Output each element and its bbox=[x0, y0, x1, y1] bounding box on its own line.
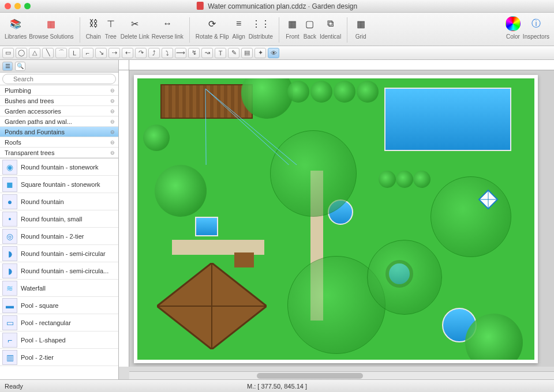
shape-tool-17[interactable]: ✎ bbox=[228, 48, 239, 58]
distribute-icon[interactable]: ⋮⋮ bbox=[253, 16, 268, 31]
toolbar-back[interactable]: ▢ Back bbox=[302, 15, 317, 40]
color-icon[interactable] bbox=[506, 16, 521, 31]
shape-tool-5[interactable]: L bbox=[69, 48, 80, 58]
grid-icon[interactable]: ▦ bbox=[353, 16, 368, 31]
shape-tool-4[interactable]: ⌒ bbox=[55, 48, 67, 58]
library-view-button[interactable]: ☰ bbox=[2, 62, 13, 71]
back-icon[interactable]: ▢ bbox=[302, 16, 317, 31]
tree[interactable] bbox=[287, 81, 309, 103]
shape-item[interactable]: ≋Waterfall bbox=[0, 280, 118, 297]
patio-set[interactable] bbox=[224, 246, 264, 274]
shape-item[interactable]: ●Round fountain bbox=[0, 193, 118, 210]
ruler-vertical[interactable] bbox=[119, 70, 129, 367]
shape-item[interactable]: ◎Round fountain - 2-tier bbox=[0, 228, 118, 245]
canvas-viewport[interactable] bbox=[129, 70, 554, 367]
search-input[interactable] bbox=[2, 74, 116, 84]
shape-tool-2[interactable]: △ bbox=[29, 48, 40, 58]
tree[interactable] bbox=[413, 171, 431, 188]
garden-plan[interactable] bbox=[137, 78, 534, 360]
minimize-icon[interactable] bbox=[14, 3, 21, 9]
shape-tool-6[interactable]: ⌐ bbox=[82, 48, 93, 58]
house-roof[interactable] bbox=[157, 263, 267, 349]
rotate-flip-icon[interactable]: ⟳ bbox=[205, 16, 220, 31]
shape-tool-11[interactable]: ⤴ bbox=[148, 48, 160, 58]
shape-tool-9[interactable]: ⇠ bbox=[122, 48, 133, 58]
shape-item[interactable]: •Round fountain, small bbox=[0, 210, 118, 228]
toolbar-front[interactable]: ▦ Front bbox=[285, 15, 300, 40]
tree[interactable] bbox=[310, 81, 332, 103]
shape-item[interactable]: ◼Square fountain - stonework bbox=[0, 176, 118, 193]
shape-item[interactable]: ◗Round fountain - semi-circula... bbox=[0, 262, 118, 280]
shape-tool-3[interactable]: ╲ bbox=[42, 48, 54, 58]
shape-tool-16[interactable]: T bbox=[215, 48, 226, 58]
shape-tool-13[interactable]: ⟿ bbox=[175, 48, 186, 58]
tree[interactable] bbox=[143, 125, 170, 151]
shape-tool-10[interactable]: ↷ bbox=[135, 48, 147, 58]
toolbar-distribute[interactable]: ⋮⋮ Distribute bbox=[249, 15, 273, 40]
shape-tool-15[interactable]: ↝ bbox=[201, 48, 213, 58]
toolbar-tree[interactable]: ⊤ Tree bbox=[103, 15, 118, 40]
toolbar-libraries[interactable]: 📚 Libraries bbox=[5, 15, 27, 40]
zoom-icon[interactable] bbox=[24, 3, 31, 9]
page[interactable] bbox=[134, 75, 538, 363]
tree-icon[interactable]: ⊤ bbox=[103, 16, 118, 31]
tree[interactable] bbox=[379, 171, 396, 188]
shape-tool-20[interactable]: 👁 bbox=[268, 48, 279, 58]
reverse-link-icon[interactable]: ↔ bbox=[160, 16, 175, 31]
inspectors-icon[interactable]: ⓘ bbox=[529, 16, 544, 31]
chain-icon[interactable]: ⛓ bbox=[86, 16, 101, 31]
toolbar-grid[interactable]: ▦ Grid bbox=[353, 15, 368, 40]
transparent-tree[interactable] bbox=[270, 130, 357, 217]
tree[interactable] bbox=[334, 81, 355, 103]
scrollbar-thumb[interactable] bbox=[257, 373, 363, 379]
toolbar-browse-solutions[interactable]: ▦ Browse Solutions bbox=[29, 15, 73, 40]
toolbar-reverse-link[interactable]: ↔ Reverse link bbox=[152, 15, 184, 40]
horizontal-scrollbar[interactable] bbox=[129, 371, 554, 379]
category-plumbing[interactable]: Plumbing⊖ bbox=[0, 85, 118, 96]
shape-tool-1[interactable]: ◯ bbox=[16, 48, 27, 58]
tree[interactable] bbox=[396, 171, 413, 188]
toolbar-inspectors[interactable]: ⓘ Inspectors bbox=[523, 15, 549, 40]
toolbar-align[interactable]: ≡ Align bbox=[231, 15, 246, 40]
toolbar-chain[interactable]: ⛓ Chain bbox=[86, 15, 101, 40]
shape-item[interactable]: ▥Pool - 2-tier bbox=[0, 349, 118, 366]
tree[interactable] bbox=[155, 165, 207, 217]
close-icon[interactable] bbox=[5, 3, 11, 9]
deck-upper[interactable] bbox=[160, 84, 253, 119]
search-view-button[interactable]: 🔍 bbox=[15, 62, 25, 71]
toolbar-color[interactable]: Color bbox=[506, 15, 521, 40]
shape-tool-14[interactable]: ↯ bbox=[188, 48, 200, 58]
toolbar-rotate-flip[interactable]: ⟳ Rotate & Flip bbox=[196, 15, 229, 40]
small-pool[interactable] bbox=[195, 217, 218, 236]
shape-item[interactable]: ▬Pool - square bbox=[0, 297, 118, 314]
shape-tool-12[interactable]: ⤵ bbox=[162, 48, 173, 58]
delete-link-icon[interactable]: ✂ bbox=[128, 16, 143, 31]
identical-icon[interactable]: ⧉ bbox=[323, 16, 338, 31]
transparent-tree[interactable] bbox=[367, 240, 442, 315]
swimming-pool[interactable] bbox=[384, 88, 511, 151]
shape-item[interactable]: ◗Round fountain - semi-circular bbox=[0, 245, 118, 262]
shape-tool-0[interactable]: ▭ bbox=[2, 48, 14, 58]
tree[interactable] bbox=[357, 81, 379, 103]
shape-item[interactable]: ⌐Pool - L-shaped bbox=[0, 331, 118, 349]
toolbar-delete-link[interactable]: ✂ Delete Link bbox=[121, 15, 149, 40]
toolbar-identical[interactable]: ⧉ Identical bbox=[320, 15, 341, 40]
category-bushes-and-trees[interactable]: Bushes and trees⊖ bbox=[0, 96, 118, 106]
category-garden-paths-and-wal-[interactable]: Garden paths and wal...⊖ bbox=[0, 116, 118, 127]
umbrella-icon[interactable] bbox=[477, 188, 500, 211]
category-garden-accessories[interactable]: Garden accessories⊖ bbox=[0, 106, 118, 116]
browse-solutions-icon[interactable]: ▦ bbox=[44, 16, 59, 31]
category-roofs[interactable]: Roofs⊖ bbox=[0, 137, 118, 148]
shape-tool-7[interactable]: ↘ bbox=[95, 48, 107, 58]
libraries-icon[interactable]: 📚 bbox=[8, 16, 23, 31]
shape-tool-19[interactable]: ✦ bbox=[254, 48, 266, 58]
category-transparent-trees[interactable]: Transparent trees⊖ bbox=[0, 148, 118, 158]
category-ponds-and-fountains[interactable]: Ponds and Fountains⊖ bbox=[0, 127, 118, 137]
shape-tool-18[interactable]: ▤ bbox=[241, 48, 253, 58]
ruler-horizontal[interactable] bbox=[129, 60, 554, 70]
front-icon[interactable]: ▦ bbox=[285, 16, 300, 31]
align-icon[interactable]: ≡ bbox=[231, 16, 246, 31]
shape-tool-8[interactable]: ⇢ bbox=[108, 48, 120, 58]
shape-item[interactable]: ◉Round fountain - stonework bbox=[0, 159, 118, 176]
shape-item[interactable]: ▭Pool - rectangular bbox=[0, 314, 118, 331]
